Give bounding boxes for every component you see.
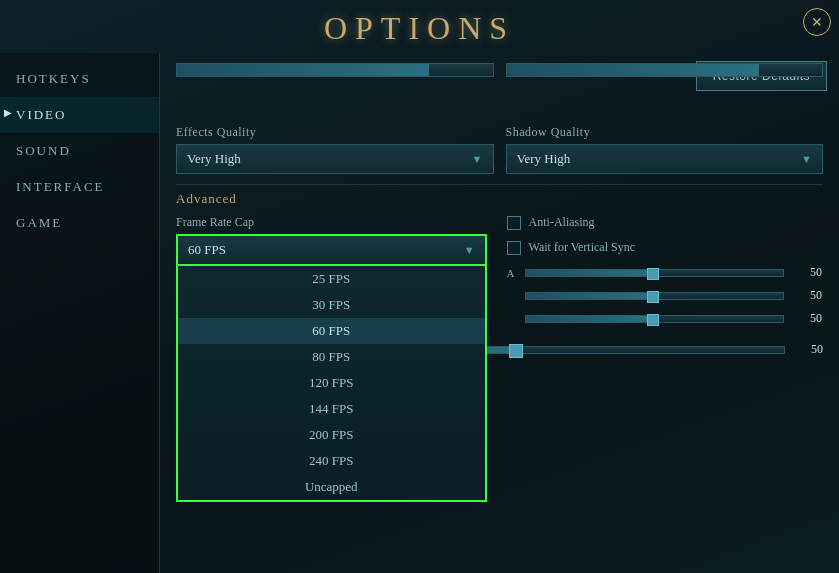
close-button[interactable]: ✕ [803, 8, 831, 36]
slider-3-value: 50 [792, 311, 822, 326]
shadow-quality-group: Shadow Quality Very High ▼ [506, 125, 824, 174]
effects-quality-group: Effects Quality Very High ▼ [176, 125, 494, 174]
frame-rate-label: Frame Rate Cap [176, 215, 487, 230]
shadow-quality-value: Very High [517, 151, 571, 167]
option-120fps[interactable]: 120 FPS [178, 370, 485, 396]
sidebar-item-game[interactable]: GAME [0, 205, 159, 241]
slider-3-fill [526, 316, 655, 322]
option-60fps[interactable]: 60 FPS [178, 318, 485, 344]
sliders-section: A 50 [507, 265, 823, 326]
frame-rate-selected[interactable]: 60 FPS ▼ [176, 234, 487, 266]
divider-1 [176, 184, 823, 185]
sidebar-item-hotkeys[interactable]: HOTKEYS [0, 61, 159, 97]
option-uncapped[interactable]: Uncapped [178, 474, 485, 500]
slider-1-fill [526, 270, 655, 276]
shadow-quality-dropdown[interactable]: Very High ▼ [506, 144, 824, 174]
effects-quality-dropdown[interactable]: Very High ▼ [176, 144, 494, 174]
sidebar-item-video[interactable]: VIDEO [0, 97, 159, 133]
effects-dropdown-arrow: ▼ [472, 153, 483, 165]
option-30fps[interactable]: 30 FPS [178, 292, 485, 318]
top-slider-left-fill [177, 64, 429, 76]
frame-rate-dropdown-container: 60 FPS ▼ 25 FPS 30 FPS 60 FPS 80 FPS 120… [176, 234, 487, 266]
top-slider-left [176, 63, 494, 85]
slider-row-3: 50 [507, 311, 823, 326]
page-title: OPTIONS [0, 10, 839, 47]
sidebar-item-sound[interactable]: SOUND [0, 133, 159, 169]
vsync-row: Wait for Vertical Sync [507, 240, 823, 255]
main-layout: HOTKEYS VIDEO SOUND INTERFACE GAME Resto… [0, 53, 839, 573]
slider-2-value: 50 [792, 288, 822, 303]
option-25fps[interactable]: 25 FPS [178, 266, 485, 292]
title-bar: OPTIONS ✕ [0, 0, 839, 53]
slider-row-2: 50 [507, 288, 823, 303]
top-slider-left-track[interactable] [176, 63, 494, 77]
advanced-row: ↘ Frame Rate Cap 60 FPS ▼ 25 FPS 30 FPS [176, 215, 823, 334]
anti-aliasing-checkbox[interactable] [507, 216, 521, 230]
sidebar-item-interface[interactable]: INTERFACE [0, 169, 159, 205]
vsync-label: Wait for Vertical Sync [529, 240, 635, 255]
color-contrast-thumb[interactable] [509, 344, 523, 358]
slider-1-label: A [507, 267, 517, 279]
slider-1-value: 50 [792, 265, 822, 280]
option-80fps[interactable]: 80 FPS [178, 344, 485, 370]
option-200fps[interactable]: 200 FPS [178, 422, 485, 448]
options-screen: OPTIONS ✕ HOTKEYS VIDEO SOUND INTERFACE … [0, 0, 839, 573]
effects-quality-label: Effects Quality [176, 125, 494, 140]
frame-rate-arrow: ▼ [464, 244, 475, 256]
slider-row-1: A 50 [507, 265, 823, 280]
content-area: Restore Defaults Effects Quality [160, 53, 839, 573]
frame-rate-list: 25 FPS 30 FPS 60 FPS 80 FPS 120 FPS 144 … [176, 266, 487, 502]
slider-3-thumb[interactable] [647, 314, 659, 326]
anti-aliasing-label: Anti-Aliasing [529, 215, 595, 230]
effects-quality-value: Very High [187, 151, 241, 167]
slider-1-track[interactable] [525, 269, 785, 277]
slider-2-track[interactable] [525, 292, 785, 300]
color-contrast-value: 50 [793, 342, 823, 357]
shadow-quality-label: Shadow Quality [506, 125, 824, 140]
anti-aliasing-row: Anti-Aliasing [507, 215, 823, 230]
option-240fps[interactable]: 240 FPS [178, 448, 485, 474]
right-options: Anti-Aliasing Wait for Vertical Sync A [499, 215, 823, 334]
sidebar: HOTKEYS VIDEO SOUND INTERFACE GAME [0, 53, 160, 573]
slider-3-track[interactable] [525, 315, 785, 323]
slider-2-fill [526, 293, 655, 299]
frame-rate-selected-value: 60 FPS [188, 242, 226, 258]
quality-row: Effects Quality Very High ▼ Shadow Quali… [176, 125, 823, 174]
top-slider-right-track[interactable] [506, 63, 824, 77]
slider-1-thumb[interactable] [647, 268, 659, 280]
frame-rate-group: Frame Rate Cap 60 FPS ▼ 25 FPS 30 FPS 60… [176, 215, 487, 334]
vsync-checkbox[interactable] [507, 241, 521, 255]
top-slider-right-fill [507, 64, 759, 76]
shadow-dropdown-arrow: ▼ [801, 153, 812, 165]
slider-2-thumb[interactable] [647, 291, 659, 303]
advanced-section: Advanced ↘ Frame Rate Cap 60 FPS ▼ [176, 191, 823, 357]
advanced-title: Advanced [176, 191, 823, 207]
option-144fps[interactable]: 144 FPS [178, 396, 485, 422]
